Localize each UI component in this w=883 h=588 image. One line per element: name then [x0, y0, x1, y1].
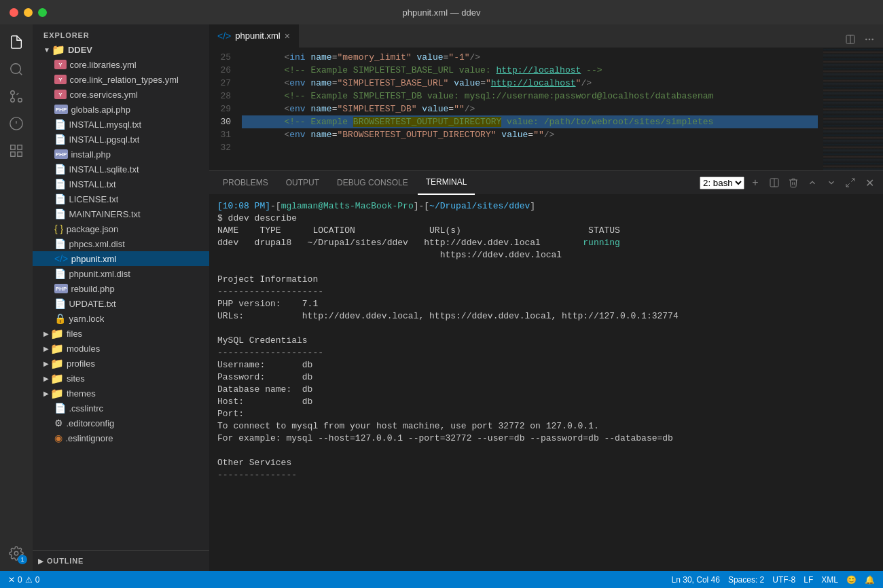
tree-item-install-sqlite[interactable]: 📄 INSTALL.sqlite.txt [33, 162, 209, 177]
statusbar-language[interactable]: XML [818, 575, 841, 585]
tree-item-license[interactable]: 📄 LICENSE.txt [33, 191, 209, 206]
feedback-icon: 😊 [846, 575, 857, 585]
more-actions-button[interactable] [861, 31, 878, 48]
json-icon: { } [54, 223, 63, 234]
terminal-blank [217, 323, 875, 335]
activity-run[interactable] [4, 111, 29, 136]
window-controls [10, 8, 47, 17]
editor-tabs: </> phpunit.xml × [209, 24, 883, 48]
close-panel-button[interactable]: ✕ [861, 174, 878, 191]
file-tree: ▼ 📁 DDEV Y core.libraries.yml Y core.lin… [33, 42, 209, 550]
svg-rect-10 [18, 152, 22, 156]
tab-output[interactable]: OUTPUT [278, 171, 327, 195]
yml-icon: Y [54, 60, 67, 69]
terminal-line: Password: db [217, 371, 875, 384]
tree-item-package-json[interactable]: { } package.json [33, 221, 209, 236]
tree-item-install-txt[interactable]: 📄 INSTALL.txt [33, 177, 209, 191]
file-icon: 📄 [54, 208, 66, 219]
tree-item-phpunit-xml[interactable]: </> phpunit.xml [33, 251, 209, 266]
tree-item-eslintignore[interactable]: ◉ .eslintignore [33, 430, 209, 445]
terminal-line: -------------------- [217, 286, 875, 298]
terminal-line: -------------------- [217, 347, 875, 359]
terminal-selector[interactable]: 2: bash 1: bash [700, 177, 744, 189]
svg-line-1 [19, 72, 22, 75]
tree-item-globals-api[interactable]: PHP globals.api.php [33, 102, 209, 117]
kill-terminal-button[interactable] [785, 174, 801, 191]
tab-label: phpunit.xml [235, 31, 280, 41]
tree-item-phpunit-dist[interactable]: 📄 phpunit.xml.dist [33, 266, 209, 281]
tree-item-editorconfig[interactable]: ⚙ .editorconfig [33, 416, 209, 430]
tree-item-core-link[interactable]: Y core.link_relation_types.yml [33, 72, 209, 87]
svg-rect-9 [18, 145, 22, 149]
folder-arrow: ▶ [43, 330, 49, 337]
tree-item-install-mysql[interactable]: 📄 INSTALL.mysql.txt [33, 117, 209, 132]
split-editor-button[interactable] [842, 31, 859, 48]
tree-item-install-php[interactable]: PHP install.php [33, 147, 209, 162]
statusbar-notifications[interactable]: 🔔 [862, 575, 878, 585]
activity-settings[interactable]: 1 [4, 541, 29, 566]
tree-item-core-libraries[interactable]: Y core.libraries.yml [33, 57, 209, 72]
php-icon: PHP [54, 284, 68, 293]
close-button[interactable] [10, 8, 18, 17]
line-numbers: 25 26 27 28 29 30 31 32 [209, 48, 236, 170]
spaces-label: Spaces: 2 [728, 575, 764, 585]
file-icon: 📄 [54, 134, 66, 145]
tab-problems[interactable]: PROBLEMS [215, 171, 276, 195]
tree-item-core-services[interactable]: Y core.services.yml [33, 87, 209, 102]
maximize-panel-button[interactable] [842, 174, 859, 191]
add-terminal-button[interactable]: + [747, 174, 763, 191]
code-editor[interactable]: 25 26 27 28 29 30 31 32 <ini name="memor… [209, 48, 883, 170]
tree-item-install-pgsql[interactable]: 📄 INSTALL.pgsql.txt [33, 132, 209, 147]
statusbar: ✕ 0 ⚠ 0 Ln 30, Col 46 Spaces: 2 UTF-8 LF… [0, 571, 883, 588]
tree-folder-sites[interactable]: ▶ 📁 sites [33, 371, 209, 386]
statusbar-eol[interactable]: LF [801, 575, 816, 585]
tree-folder-profiles[interactable]: ▶ 📁 profiles [33, 356, 209, 371]
tree-folder-modules[interactable]: ▶ 📁 modules [33, 341, 209, 356]
folder-icon: 📁 [50, 327, 64, 340]
tree-folder-themes[interactable]: ▶ 📁 themes [33, 386, 209, 401]
tab-debug-console[interactable]: DEBUG CONSOLE [329, 171, 416, 195]
minimize-button[interactable] [24, 8, 33, 17]
terminal-line: Project Information [217, 274, 875, 286]
scroll-down-button[interactable] [823, 174, 840, 191]
yml-icon: Y [54, 90, 67, 99]
tree-item-update-txt[interactable]: 📄 UPDATE.txt [33, 296, 209, 311]
encoding-label: UTF-8 [772, 575, 795, 585]
split-terminal-button[interactable] [766, 174, 782, 191]
file-icon: 📄 [54, 238, 66, 249]
svg-rect-11 [11, 152, 15, 156]
outline-arrow: ▶ [38, 557, 44, 565]
maximize-button[interactable] [38, 8, 47, 17]
statusbar-spaces[interactable]: Spaces: 2 [725, 575, 767, 585]
tree-root-ddev[interactable]: ▼ 📁 DDEV [33, 42, 209, 57]
tree-item-maintainers[interactable]: 📄 MAINTAINERS.txt [33, 206, 209, 221]
tab-terminal[interactable]: TERMINAL [418, 171, 475, 195]
php-icon: PHP [54, 105, 68, 114]
sidebar-header: EXPLORER [33, 24, 209, 42]
svg-rect-8 [11, 145, 15, 149]
tree-item-phpcs[interactable]: 📄 phpcs.xml.dist [33, 236, 209, 251]
tree-item-yarn-lock[interactable]: 🔒 yarn.lock [33, 311, 209, 326]
activity-git[interactable] [4, 84, 29, 109]
folder-icon: 📁 [50, 357, 64, 370]
sidebar: EXPLORER ▼ 📁 DDEV Y core.libraries.yml Y… [33, 24, 209, 571]
outline-header[interactable]: ▶ OUTLINE [33, 553, 209, 568]
tab-phpunit-xml[interactable]: </> phpunit.xml × [209, 24, 299, 48]
activity-extensions[interactable] [4, 139, 29, 163]
statusbar-encoding[interactable]: UTF-8 [770, 575, 798, 585]
folder-arrow: ▶ [43, 360, 49, 367]
statusbar-feedback[interactable]: 😊 [844, 575, 859, 585]
terminal-line: For example: mysql --host=127.0.0.1 --po… [217, 433, 875, 445]
tree-item-rebuild-php[interactable]: PHP rebuild.php [33, 281, 209, 296]
editorconfig-icon: ⚙ [54, 418, 63, 428]
statusbar-position[interactable]: Ln 30, Col 46 [669, 575, 723, 585]
file-icon: 📄 [54, 164, 66, 174]
tab-close-button[interactable]: × [285, 31, 290, 41]
tree-item-csslintrc[interactable]: 📄 .csslintrc [33, 401, 209, 416]
statusbar-errors[interactable]: ✕ 0 ⚠ 0 [5, 575, 42, 585]
activity-explorer[interactable] [4, 30, 29, 54]
tree-folder-files[interactable]: ▶ 📁 files [33, 326, 209, 341]
terminal[interactable]: [10:08 PM]-[mglaman@Matts-MacBook-Pro]-[… [209, 195, 883, 483]
activity-search[interactable] [4, 57, 29, 81]
scroll-up-button[interactable] [804, 174, 821, 191]
